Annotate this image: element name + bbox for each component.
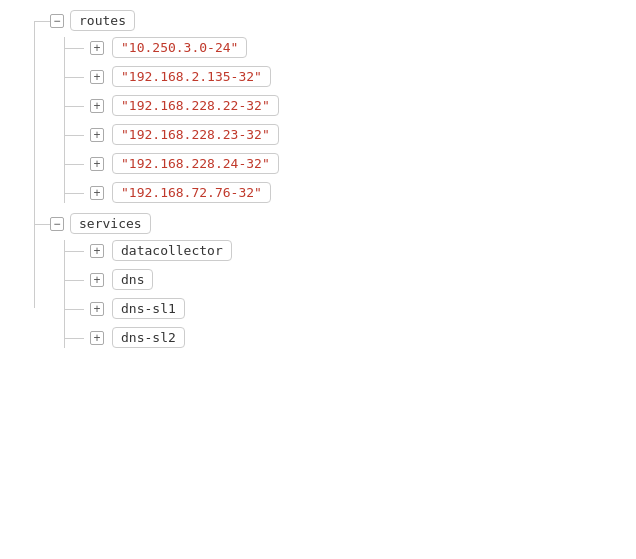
route-item-label: "192.168.228.23-32" [112,124,279,145]
route-item-label: "192.168.228.22-32" [112,95,279,116]
route-item: +"192.168.2.135-32" [90,66,616,87]
routes-label: routes [70,10,135,31]
service-expand-button-1[interactable]: + [90,273,104,287]
service-item: +dns-sl1 [90,298,616,319]
tree-container: − routes +"10.250.3.0-24"+"192.168.2.135… [0,0,636,366]
routes-collapse-button[interactable]: − [50,14,64,28]
service-item-label: dns-sl1 [112,298,185,319]
service-expand-button-3[interactable]: + [90,331,104,345]
route-expand-button-3[interactable]: + [90,128,104,142]
route-item-label: "192.168.228.24-32" [112,153,279,174]
route-expand-button-4[interactable]: + [90,157,104,171]
routes-header: − routes [50,10,616,31]
service-item: +datacollector [90,240,616,261]
services-collapse-button[interactable]: − [50,217,64,231]
main-tree: − routes +"10.250.3.0-24"+"192.168.2.135… [20,10,616,348]
route-item: +"192.168.72.76-32" [90,182,616,203]
service-item: +dns-sl2 [90,327,616,348]
route-item: +"192.168.228.23-32" [90,124,616,145]
route-item: +"10.250.3.0-24" [90,37,616,58]
service-expand-button-2[interactable]: + [90,302,104,316]
route-item-label: "10.250.3.0-24" [112,37,247,58]
route-item-label: "192.168.72.76-32" [112,182,271,203]
service-expand-button-0[interactable]: + [90,244,104,258]
service-item-label: datacollector [112,240,232,261]
service-item-label: dns [112,269,153,290]
services-children: +datacollector+dns+dns-sl1+dns-sl2 [50,240,616,348]
routes-section: − routes +"10.250.3.0-24"+"192.168.2.135… [50,10,616,203]
route-expand-button-5[interactable]: + [90,186,104,200]
route-expand-button-2[interactable]: + [90,99,104,113]
services-section: − services +datacollector+dns+dns-sl1+dn… [50,213,616,348]
route-item-label: "192.168.2.135-32" [112,66,271,87]
services-label: services [70,213,151,234]
service-item-label: dns-sl2 [112,327,185,348]
service-item: +dns [90,269,616,290]
route-expand-button-1[interactable]: + [90,70,104,84]
route-expand-button-0[interactable]: + [90,41,104,55]
route-item: +"192.168.228.22-32" [90,95,616,116]
services-header: − services [50,213,616,234]
route-item: +"192.168.228.24-32" [90,153,616,174]
routes-children: +"10.250.3.0-24"+"192.168.2.135-32"+"192… [50,37,616,203]
